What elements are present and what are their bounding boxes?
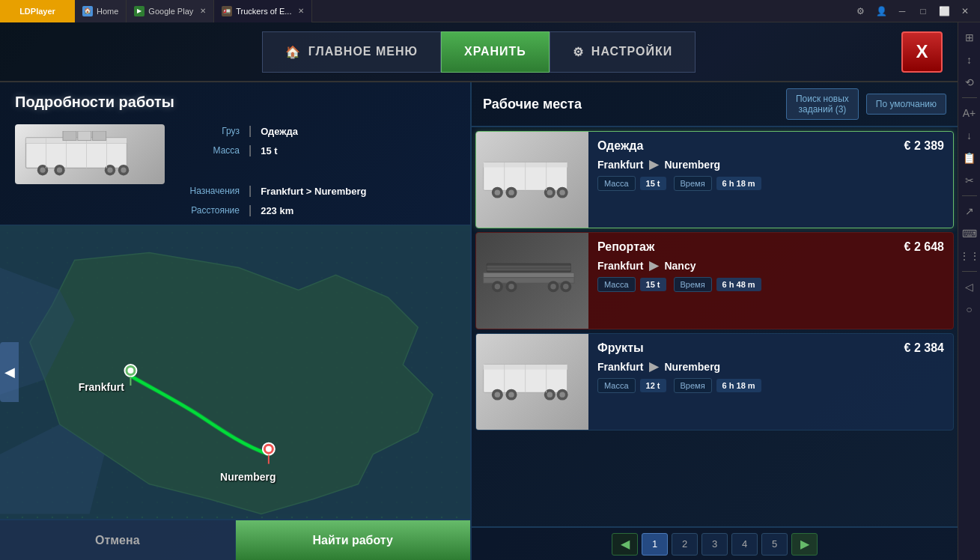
mass-value: 15 t — [261, 145, 277, 156]
job-price-2: € 2 384 — [904, 341, 944, 355]
job-truck-svg-0 — [480, 152, 585, 208]
sidebar-icon-4[interactable]: A+ — [961, 104, 979, 122]
job-stat-time-0: Время 6 h 18 m — [674, 176, 761, 191]
svg-rect-41 — [487, 265, 570, 267]
sidebar-icon-8[interactable]: ↗ — [961, 202, 979, 220]
job-card-1[interactable]: Репортаж € 2 648 Frankfurt ▶ Nancy Масса… — [475, 232, 954, 329]
search-jobs-button[interactable]: Поиск новых заданий (3) — [786, 88, 859, 120]
job-stat-time-2: Время 6 h 18 m — [674, 378, 761, 393]
bottom-buttons: Отмена Найти работу — [0, 519, 470, 560]
truck-svg — [22, 131, 157, 178]
tab-google-play-close[interactable]: ✕ — [200, 7, 206, 15]
sidebar-icon-3[interactable]: ⟲ — [961, 73, 979, 91]
svg-point-9 — [121, 167, 126, 172]
job-route-arrow-1: ▶ — [649, 258, 658, 273]
mass-label: Масса — [180, 145, 240, 156]
google-play-tab-icon: ▶ — [134, 6, 144, 16]
time-stat-label-1: Время — [674, 277, 712, 292]
sidebar-icon-6[interactable]: 📋 — [961, 149, 979, 167]
cancel-button[interactable]: Отмена — [0, 520, 236, 560]
job-truck-svg-1 — [480, 253, 585, 309]
job-truck-svg-2 — [480, 354, 585, 410]
map-nav-arrow[interactable]: ◀ — [0, 342, 19, 402]
top-nav: 🏠 ГЛАВНОЕ МЕНЮ ХРАНИТЬ ⚙ НАСТРОЙКИ X — [0, 22, 958, 82]
main-menu-btn[interactable]: 🏠 ГЛАВНОЕ МЕНЮ — [262, 31, 441, 73]
content-area: Подробности работы — [0, 82, 958, 560]
page-btn-1[interactable]: 1 — [642, 533, 668, 556]
job-card-info-0: Одежда € 2 389 Frankfurt ▶ Nuremberg Мас… — [588, 132, 953, 228]
truckers-tab-icon: 🚛 — [222, 6, 232, 16]
jobs-header: Рабочие места Поиск новых заданий (3) По… — [472, 82, 958, 127]
cargo-label: Груз — [180, 126, 240, 136]
svg-point-7 — [107, 167, 112, 172]
page-btn-5[interactable]: 5 — [761, 533, 788, 556]
job-card-0[interactable]: Одежда € 2 389 Frankfurt ▶ Nuremberg Мас… — [475, 131, 954, 228]
svg-point-5 — [57, 167, 62, 172]
settings-nav-icon: ⚙ — [573, 45, 584, 59]
prev-page-button[interactable]: ◀ — [612, 533, 638, 556]
sidebar-icon-7[interactable]: ✂ — [961, 171, 979, 189]
next-page-button[interactable]: ▶ — [791, 533, 818, 556]
page-btn-3[interactable]: 3 — [701, 533, 728, 556]
job-list: Одежда € 2 389 Frankfurt ▶ Nuremberg Мас… — [472, 127, 958, 526]
home-tab-icon: 🏠 — [82, 6, 93, 16]
user-icon[interactable]: 👤 — [874, 4, 889, 19]
sidebar-icon-2[interactable]: ↕ — [961, 51, 979, 69]
minimize-icon[interactable]: ─ — [895, 4, 910, 19]
svg-rect-14 — [63, 131, 76, 141]
svg-point-50 — [563, 284, 568, 289]
distance-value: 223 km — [261, 205, 293, 216]
jobs-title: Рабочие места — [483, 97, 779, 112]
job-name-price-2: Фрукты € 2 384 — [597, 341, 944, 355]
time-stat-value-1: 6 h 48 m — [716, 278, 761, 291]
left-truck-image — [15, 124, 165, 184]
cargo-row: Груз | Одежда — [180, 124, 455, 138]
ldplayer-logo: LDPlayer — [0, 0, 75, 22]
sidebar-icon-1[interactable]: ⊞ — [961, 28, 979, 46]
sidebar-icon-11[interactable]: ◁ — [961, 278, 979, 296]
settings-icon[interactable]: ⚙ — [853, 4, 868, 19]
mass-stat-label-2: Масса — [597, 378, 636, 393]
job-stats-1: Масса 15 t Время 6 h 48 m — [597, 277, 944, 292]
close-game-btn[interactable]: X — [901, 31, 943, 73]
job-route-0: Frankfurt ▶ Nuremberg — [597, 157, 944, 171]
page-btn-2[interactable]: 2 — [672, 533, 698, 556]
svg-point-54 — [495, 392, 500, 397]
job-details: Груз | Одежда Масса | 15 t Назначения | … — [0, 117, 470, 225]
svg-point-3 — [40, 167, 45, 172]
save-nav-label: ХРАНИТЬ — [464, 45, 526, 58]
tab-truckers[interactable]: 🚛 Truckers of E... ✕ — [214, 0, 312, 22]
destination-value: Frankfurt > Nuremberg — [261, 186, 366, 197]
close-window-icon[interactable]: ✕ — [958, 4, 973, 19]
job-stat-mass-0: Масса 15 t — [597, 176, 666, 191]
job-truck-img-1 — [476, 233, 588, 329]
sidebar-icon-9[interactable]: ⌨ — [961, 225, 979, 243]
save-btn[interactable]: ХРАНИТЬ — [441, 31, 550, 73]
maximize-icon[interactable]: ⬜ — [937, 4, 952, 19]
restore-icon[interactable]: □ — [916, 4, 931, 19]
svg-point-30 — [508, 189, 514, 195]
find-job-button[interactable]: Найти работу — [236, 520, 471, 560]
distance-row: Расстояние | 223 km — [180, 204, 455, 217]
distance-label: Расстояние — [180, 205, 240, 216]
default-sort-button[interactable]: По умолчанию — [866, 94, 946, 115]
svg-rect-42 — [487, 268, 570, 270]
tab-home[interactable]: 🏠 Home — [75, 0, 127, 22]
pagination: ◀ 1 2 3 4 5 ▶ — [472, 526, 958, 560]
tab-google-play[interactable]: ▶ Google Play ✕ — [127, 0, 214, 22]
svg-point-18 — [127, 368, 133, 374]
page-btn-4[interactable]: 4 — [731, 533, 758, 556]
time-stat-value-2: 6 h 18 m — [716, 379, 761, 392]
sidebar-icon-12[interactable]: ○ — [961, 300, 979, 318]
mass-stat-value-1: 15 t — [640, 278, 666, 291]
job-card-2[interactable]: Фрукты € 2 384 Frankfurt ▶ Nuremberg Мас… — [475, 333, 954, 430]
settings-btn[interactable]: ⚙ НАСТРОЙКИ — [550, 31, 696, 73]
sidebar-divider-3 — [962, 271, 977, 272]
sidebar-icon-10[interactable]: ⋮⋮ — [961, 247, 979, 265]
tab-truckers-close[interactable]: ✕ — [298, 7, 304, 15]
tab-truckers-label: Truckers of E... — [236, 7, 291, 16]
svg-text:Frankfurt: Frankfurt — [79, 381, 125, 393]
job-name-1: Репортаж — [597, 240, 654, 254]
right-panel: Рабочие места Поиск новых заданий (3) По… — [472, 82, 958, 560]
sidebar-icon-5[interactable]: ↓ — [961, 127, 979, 144]
